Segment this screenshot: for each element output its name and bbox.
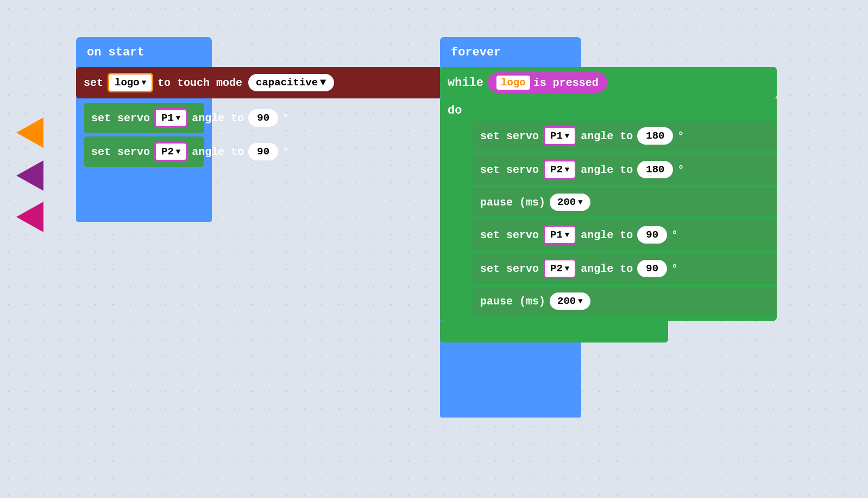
- arrow-orange-icon: [16, 117, 43, 148]
- while-label: while: [448, 76, 483, 90]
- angle-val-right-4[interactable]: 90: [637, 260, 667, 277]
- angle-to-label-left-2: angle to: [192, 146, 244, 158]
- on-start-title: on start: [87, 43, 201, 59]
- servo-p1-block-left: set servo P1 ▼ angle to 90 °: [84, 103, 204, 133]
- p1-dropdown-right-2[interactable]: P1 ▼: [543, 225, 576, 245]
- set-servo-right-1: set servo: [480, 130, 539, 142]
- inner-blocks: set servo P1 ▼ angle to 180 ° set servo …: [473, 121, 777, 315]
- pause-arrow-2: ▼: [578, 297, 582, 306]
- logo-dropdown-left[interactable]: logo ▼: [108, 73, 153, 92]
- logo-dropdown-arrow-left: ▼: [142, 78, 146, 87]
- p1-arr-right-1: ▼: [565, 132, 569, 140]
- angle-to-right-2: angle to: [581, 164, 633, 176]
- pause-arrow-1: ▼: [578, 198, 582, 207]
- capacitive-dropdown-arrow: ▼: [320, 77, 326, 89]
- pause-dropdown-2[interactable]: 200 ▼: [550, 292, 590, 310]
- servo-p2-block-right-1: set servo P2 ▼ angle to 180 °: [473, 154, 777, 185]
- do-label: do: [440, 98, 777, 121]
- angle-val-right-3[interactable]: 90: [637, 226, 667, 244]
- on-start-block: on start set logo ▼ to touch mode capaci…: [76, 37, 212, 222]
- p2-arr-right-1: ▼: [565, 165, 569, 174]
- do-section: do set servo P1 ▼ angle to 180 ° set ser…: [440, 98, 777, 321]
- servo-p2-block-right-2: set servo P2 ▼ angle to 90 °: [473, 253, 777, 284]
- angle-value-left-1[interactable]: 90: [248, 109, 278, 127]
- capacitive-dropdown[interactable]: capacitive ▼: [247, 72, 335, 93]
- p2-dropdown-right-2[interactable]: P2 ▼: [543, 259, 576, 278]
- angle-to-label-left-1: angle to: [192, 112, 244, 124]
- logo-inner-tag: logo: [496, 76, 530, 90]
- angle-val-right-1[interactable]: 180: [637, 127, 673, 145]
- set-servo-label-left-1: set servo: [91, 112, 150, 124]
- arrow-magenta-icon: [16, 202, 43, 232]
- angle-value-left-2[interactable]: 90: [248, 143, 278, 160]
- set-servo-right-4: set servo: [480, 263, 539, 275]
- deg-right-1: °: [677, 130, 684, 142]
- degree-left-2: °: [282, 146, 289, 158]
- is-pressed-text: is pressed: [533, 77, 599, 89]
- forever-block: forever while logo is pressed do set ser…: [440, 37, 581, 418]
- set-label-left: set: [84, 77, 103, 89]
- while-logo-pressed-block: while logo is pressed: [440, 67, 777, 98]
- angle-val-right-2[interactable]: 180: [637, 161, 673, 178]
- p2-arr-right-2: ▼: [565, 264, 569, 273]
- p1-dropdown-right-1[interactable]: P1 ▼: [543, 126, 576, 146]
- set-servo-right-2: set servo: [480, 164, 539, 176]
- pause-dropdown-1[interactable]: 200 ▼: [550, 194, 590, 211]
- p1-dropdown-arrow-left: ▼: [176, 114, 180, 122]
- deg-right-2: °: [677, 164, 684, 176]
- deg-right-3: °: [671, 229, 678, 241]
- servo-p1-block-right-2: set servo P1 ▼ angle to 90 °: [473, 220, 777, 250]
- angle-to-right-4: angle to: [581, 263, 633, 275]
- forever-title: forever: [451, 43, 570, 59]
- p2-dropdown-arrow-left: ▼: [176, 147, 180, 156]
- arrow-purple-icon: [16, 160, 43, 191]
- touch-mode-label: to touch mode: [158, 77, 242, 89]
- pause-label-2: pause (ms): [480, 295, 545, 308]
- p2-dropdown-left[interactable]: P2 ▼: [154, 142, 187, 161]
- servo-p1-block-right-1: set servo P1 ▼ angle to 180 °: [473, 121, 777, 151]
- deg-right-4: °: [671, 263, 678, 275]
- angle-to-right-1: angle to: [581, 130, 633, 142]
- p1-dropdown-left[interactable]: P1 ▼: [154, 108, 187, 128]
- right-container: forever while logo is pressed do set ser…: [440, 37, 581, 418]
- servo-p2-block-left: set servo P2 ▼ angle to 90 °: [84, 136, 204, 167]
- p1-arr-right-2: ▼: [565, 231, 569, 239]
- p2-dropdown-right-1[interactable]: P2 ▼: [543, 160, 576, 179]
- pause-label-1: pause (ms): [480, 196, 545, 209]
- pause-block-1: pause (ms) 200 ▼: [473, 188, 777, 216]
- logo-is-pressed-tag: logo is pressed: [488, 72, 607, 93]
- pause-block-2: pause (ms) 200 ▼: [473, 287, 777, 315]
- angle-to-right-3: angle to: [581, 229, 633, 241]
- left-container: on start set logo ▼ to touch mode capaci…: [76, 37, 212, 222]
- degree-left-1: °: [282, 112, 289, 124]
- set-servo-right-3: set servo: [480, 229, 539, 241]
- bottom-connector: [440, 321, 668, 343]
- set-servo-label-left-2: set servo: [91, 146, 150, 158]
